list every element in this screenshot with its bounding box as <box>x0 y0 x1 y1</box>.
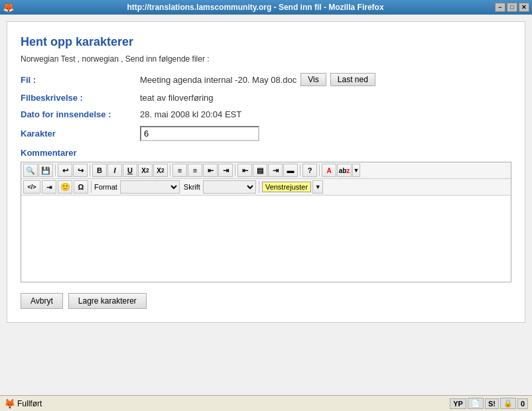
status-badge-si: S! <box>485 398 499 409</box>
fil-row: Fil : Meeting agenda internal -20. May 0… <box>21 73 511 86</box>
toolbar-sep-8 <box>259 181 259 193</box>
browser-body: Hent opp karakterer Norwegian Test , nor… <box>0 15 532 395</box>
indent-less-button[interactable]: ⇤ <box>203 164 218 177</box>
toolbar-sep-7 <box>91 181 92 193</box>
save-toolbar-button[interactable]: 💾 <box>38 164 53 177</box>
indent-more-button[interactable]: ⇥ <box>218 164 233 177</box>
dato-label: Dato for innsendelse : <box>21 109 140 119</box>
toolbar-row-2: </> ⇥ 🙂 Ω Format Skrift Venstrejuster ▼ <box>21 179 511 196</box>
format-select[interactable] <box>120 180 180 194</box>
status-badge-yp: YP <box>450 398 466 409</box>
page-subtitle: Norwegian Test , norwegian , Send inn fø… <box>21 54 511 64</box>
page-title: Hent opp karakterer <box>21 35 511 49</box>
align-left-button[interactable]: ⇤ <box>237 164 252 177</box>
status-bar: 🦊 Fullført YP 📄 S! 🔒 0 <box>0 395 532 411</box>
font-label: Skrift <box>184 183 200 191</box>
undo-button[interactable]: ↩ <box>58 164 72 177</box>
help-button[interactable]: ? <box>302 164 317 177</box>
source-button[interactable]: </> <box>23 180 40 194</box>
status-badge-lock: 🔒 <box>500 398 516 409</box>
firefox-icon: 🦊 <box>3 2 13 13</box>
karakter-row: Karakter <box>21 126 511 141</box>
karakter-input[interactable] <box>140 126 259 141</box>
filbeskrivelse-value: teat av filoverføring <box>140 93 214 103</box>
align-dropdown-text: Venstrejuster <box>265 183 308 191</box>
kommentarer-label: Kommentarer <box>21 148 511 158</box>
lastned-button[interactable]: Last ned <box>330 73 375 86</box>
indent-button[interactable]: ⇥ <box>42 180 56 194</box>
toolbar-sep-2 <box>90 164 90 176</box>
subscript-button[interactable]: X2 <box>138 164 153 177</box>
vis-button[interactable]: Vis <box>300 73 326 86</box>
toolbar-row-1: 🔍 💾 ↩ ↪ B I U X2 X2 ≡ ≡ ⇤ ⇥ ⇤ ▤ ⇥ <box>21 162 511 179</box>
page-container: Hent opp karakterer Norwegian Test , nor… <box>7 21 525 323</box>
ol-button[interactable]: ≡ <box>188 164 202 177</box>
toolbar-sep-4 <box>235 164 235 176</box>
editor-container: 🔍 💾 ↩ ↪ B I U X2 X2 ≡ ≡ ⇤ ⇥ ⇤ ▤ ⇥ <box>21 162 511 282</box>
karakter-label: Karakter <box>21 129 140 139</box>
align-right-button[interactable]: ⇥ <box>268 164 283 177</box>
align-justify-button[interactable]: ▬ <box>283 164 298 177</box>
status-firefox-icon: 🦊 <box>4 398 15 409</box>
search-toolbar-button[interactable]: 🔍 <box>23 164 38 177</box>
filbeskrivelse-row: Filbeskrivelse : teat av filoverføring <box>21 93 511 103</box>
align-dropdown-arrow[interactable]: ▼ <box>312 180 323 194</box>
toolbar-sep-5 <box>300 164 300 176</box>
minimize-button[interactable]: − <box>495 3 505 12</box>
bold-button[interactable]: B <box>92 164 107 177</box>
font-color-button[interactable]: A <box>322 164 336 177</box>
italic-button[interactable]: I <box>107 164 122 177</box>
superscript-button[interactable]: X2 <box>153 164 168 177</box>
format-label: Format <box>94 183 117 191</box>
editor-area[interactable] <box>21 196 511 282</box>
emoji-button[interactable]: 🙂 <box>58 180 72 194</box>
ul-button[interactable]: ≡ <box>172 164 187 177</box>
spellcheck-dropdown[interactable]: ▼ <box>352 164 360 177</box>
toolbar-sep-1 <box>55 164 56 176</box>
status-text: Fullført <box>17 399 42 408</box>
toolbar-sep-3 <box>170 164 170 176</box>
underline-button[interactable]: U <box>123 164 137 177</box>
title-bar: 🦊 http://translations.lamscommunity.org … <box>0 0 532 15</box>
title-bar-text: http://translations.lamscommunity.org - … <box>16 3 495 12</box>
dato-value: 28. mai 2008 kl 20:04 EST <box>140 109 241 119</box>
toolbar-sep-6 <box>319 164 320 176</box>
title-bar-controls[interactable]: − □ ✕ <box>495 3 529 12</box>
status-right: YP 📄 S! 🔒 0 <box>450 398 528 409</box>
status-badge-zero: 0 <box>517 398 528 409</box>
align-center-button[interactable]: ▤ <box>253 164 267 177</box>
spellcheck-button[interactable]: abz <box>337 164 352 177</box>
status-badge-doc: 📄 <box>468 398 484 409</box>
close-button[interactable]: ✕ <box>519 3 529 12</box>
fil-value: Meeting agenda internal -20. May 08.doc <box>140 75 297 85</box>
font-select[interactable] <box>203 180 256 194</box>
omega-button[interactable]: Ω <box>74 180 88 194</box>
align-dropdown[interactable]: Venstrejuster <box>262 182 311 192</box>
lagre-button[interactable]: Lagre karakterer <box>68 293 147 309</box>
redo-button[interactable]: ↪ <box>73 164 88 177</box>
dato-row: Dato for innsendelse : 28. mai 2008 kl 2… <box>21 109 511 119</box>
avbryt-button[interactable]: Avbryt <box>21 293 63 309</box>
filbeskrivelse-label: Filbeskrivelse : <box>21 93 140 103</box>
action-row: Avbryt Lagre karakterer <box>21 293 511 309</box>
fil-label: Fil : <box>21 75 140 85</box>
restore-button[interactable]: □ <box>507 3 517 12</box>
